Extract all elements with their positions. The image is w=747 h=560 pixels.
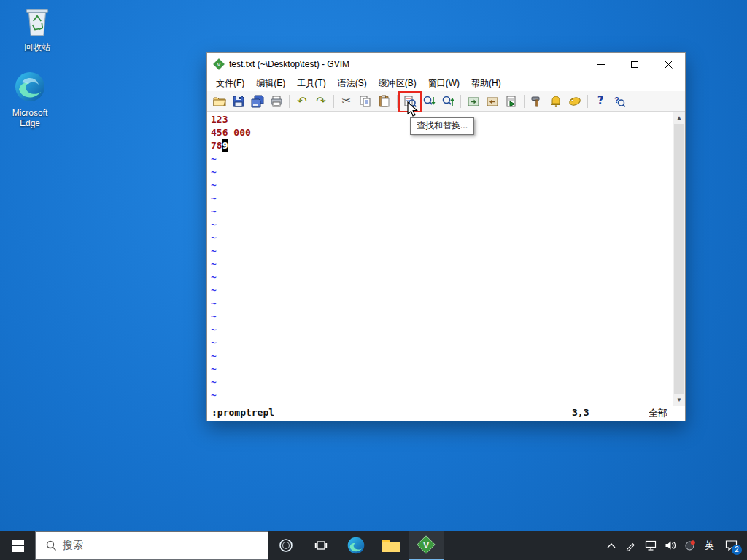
edge-label: Microsoft Edge (1, 108, 58, 128)
menu-window[interactable]: 窗口(W) (422, 75, 465, 91)
network-button[interactable] (640, 531, 660, 560)
menu-syntax[interactable]: 语法(S) (332, 75, 373, 91)
taskbar-gvim-button[interactable]: V (409, 531, 444, 560)
toolbar-separator (289, 95, 290, 108)
ime-language-label: 英 (705, 539, 714, 552)
ethernet-icon (645, 540, 657, 551)
tilde-line: ~ (211, 362, 670, 376)
toolbar-cut-button[interactable]: ✂ (337, 92, 356, 111)
start-button[interactable] (0, 531, 35, 560)
menu-file[interactable]: 文件(F) (210, 75, 250, 91)
desktop-icon-edge[interactable]: Microsoft Edge (1, 70, 58, 128)
toolbar-separator (397, 95, 398, 108)
taskbar-task-view-button[interactable] (303, 531, 338, 560)
vim-icon: V (417, 535, 436, 554)
toolbar-save-button[interactable] (229, 92, 248, 111)
title-bar[interactable]: V test.txt (~\Desktop\test) - GVIM (207, 53, 685, 75)
toolbar-find-next-button[interactable] (419, 92, 438, 111)
edge-icon (347, 536, 365, 555)
menu-edit[interactable]: 编辑(E) (250, 75, 291, 91)
tilde-line: ~ (211, 284, 670, 297)
folder-icon (382, 537, 400, 553)
editor-area[interactable]: 123 456 000 789 ~~~~~~~~~~~~~~~~~~~ ▲ ▼ (207, 112, 685, 406)
recycle-bin-label: 回收站 (9, 42, 66, 52)
tilde-line: ~ (211, 310, 670, 323)
status-bar: :promptrepl 3,3 全部 (207, 406, 685, 421)
taskbar-edge-button[interactable] (338, 531, 374, 560)
toolbar-save-all-button[interactable] (248, 92, 267, 111)
tilde-line: ~ (211, 349, 670, 362)
ime-indicator[interactable]: 英 (700, 531, 719, 560)
tilde-line: ~ (211, 166, 670, 179)
windows-logo-icon (12, 540, 24, 552)
desktop-icon-recycle-bin[interactable]: 回收站 (9, 4, 66, 52)
menu-help[interactable]: 帮助(H) (465, 75, 507, 91)
scroll-up-button[interactable]: ▲ (673, 112, 685, 124)
tilde-line: ~ (211, 179, 670, 192)
toolbar-print-button[interactable] (267, 92, 286, 111)
svg-text:V: V (217, 61, 221, 68)
tilde-line: ~ (211, 231, 670, 244)
gvim-window: V test.txt (~\Desktop\test) - GVIM 文件(F)… (206, 52, 686, 421)
scroll-down-button[interactable]: ▼ (673, 394, 685, 406)
vim-icon: V (213, 58, 225, 70)
command-line-text: :promptrepl (212, 407, 274, 418)
close-button[interactable] (651, 53, 685, 75)
maximize-icon (631, 61, 638, 68)
toolbar-tag-jump-button[interactable] (565, 92, 584, 111)
tilde-line: ~ (211, 336, 670, 349)
buffer-line: 789 (211, 139, 670, 152)
search-icon (46, 540, 57, 551)
menu-bar: 文件(F)编辑(E)工具(T)语法(S)缓冲区(B)窗口(W)帮助(H) (207, 75, 685, 91)
menu-buffers[interactable]: 缓冲区(B) (373, 75, 422, 91)
toolbar-run-script-button[interactable] (502, 92, 521, 111)
toolbar-find-help-button[interactable]: ? (610, 92, 629, 111)
hidden-icons-button[interactable] (601, 531, 621, 560)
scroll-indicator: 全部 (649, 407, 667, 420)
toolbar-separator (587, 95, 588, 108)
tilde-line: ~ (211, 376, 670, 389)
scrollbar-track[interactable] (673, 124, 685, 394)
toolbar-build-tags-button[interactable] (546, 92, 565, 111)
notification-badge: 2 (732, 545, 742, 555)
app-notification-icon (684, 540, 696, 551)
taskbar: 搜索 (0, 531, 747, 560)
vertical-scrollbar[interactable]: ▲ ▼ (673, 112, 685, 406)
taskbar-file-explorer-button[interactable] (374, 531, 409, 560)
toolbar-paste-button[interactable] (375, 92, 394, 111)
toolbar-session-save-button[interactable] (483, 92, 502, 111)
toolbar-session-load-button[interactable] (464, 92, 483, 111)
replace-tooltip: 查找和替换... (410, 117, 474, 135)
scrollbar-thumb[interactable] (674, 124, 684, 394)
window-title: test.txt (~\Desktop\test) - GVIM (229, 59, 584, 69)
volume-button[interactable] (660, 531, 680, 560)
toolbar-separator (333, 95, 334, 108)
tilde-line: ~ (211, 152, 670, 166)
taskbar-cortana-button[interactable] (268, 531, 303, 560)
toolbar-undo-button[interactable]: ↶ (293, 92, 311, 111)
tilde-line: ~ (211, 297, 670, 310)
toolbar-find-prev-button[interactable] (438, 92, 457, 111)
tray-app-button[interactable] (680, 531, 700, 560)
system-tray: 英 2 (601, 531, 747, 560)
toolbar-make-button[interactable] (527, 92, 546, 111)
cursor-position: 3,3 (572, 407, 589, 418)
action-center-button[interactable]: 2 (719, 531, 743, 560)
toolbar-redo-button[interactable]: ↷ (311, 92, 330, 111)
windows-ink-button[interactable] (621, 531, 640, 560)
toolbar-help-button[interactable]: ? (591, 92, 610, 111)
menu-tools[interactable]: 工具(T) (291, 75, 331, 91)
toolbar-copy-button[interactable] (356, 92, 375, 111)
svg-text:V: V (423, 540, 430, 551)
toolbar-open-button[interactable] (210, 92, 229, 111)
taskbar-search-input[interactable]: 搜索 (35, 531, 268, 560)
toolbar-separator (460, 95, 461, 108)
maximize-button[interactable] (618, 53, 651, 75)
tilde-line: ~ (211, 192, 670, 205)
tilde-line: ~ (211, 244, 670, 257)
vim-block-cursor: 9 (222, 139, 228, 152)
tilde-line: ~ (211, 257, 670, 271)
minimize-icon (597, 64, 605, 65)
minimize-button[interactable] (584, 53, 618, 75)
tilde-line: ~ (211, 205, 670, 218)
